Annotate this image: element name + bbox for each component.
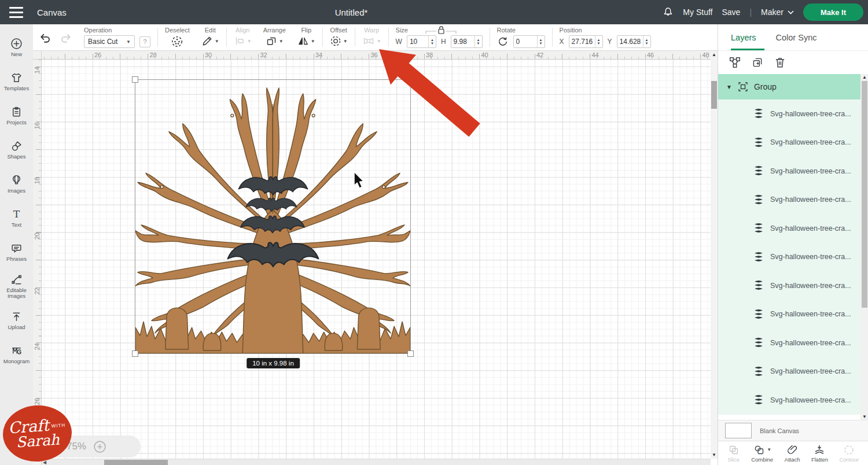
sidebar-item-shapes[interactable]: Shapes xyxy=(0,132,33,167)
layer-row[interactable]: Svg-halloween-tree-cra... xyxy=(718,186,868,215)
width-input[interactable] xyxy=(407,36,428,47)
layer-row[interactable]: Svg-halloween-tree-cra... xyxy=(718,157,868,186)
notifications-bell-icon[interactable] xyxy=(663,6,674,18)
flip-button[interactable]: ▼ xyxy=(297,35,315,47)
make-it-button[interactable]: Make It xyxy=(803,3,863,21)
layer-row[interactable]: Svg-halloween-tree-cra... xyxy=(718,214,868,243)
scroll-down-arrow-icon[interactable]: ▼ xyxy=(712,452,716,457)
tab-layers[interactable]: Layers xyxy=(731,33,756,42)
canvas-color-swatch[interactable] xyxy=(725,423,752,438)
canvas-vertical-scrollbar[interactable]: ▲ ▼ xyxy=(711,51,718,459)
edit-button[interactable]: ▼ xyxy=(201,35,219,47)
operation-select[interactable]: Basic Cut▼ xyxy=(84,35,135,48)
tab-color-sync[interactable]: Color Sync xyxy=(776,33,817,42)
rotate-input[interactable] xyxy=(514,36,537,47)
undo-button[interactable] xyxy=(39,32,51,44)
ungroup-icon[interactable] xyxy=(729,56,741,69)
h-ruler-label: 32 xyxy=(259,51,267,58)
pencil-icon xyxy=(201,35,213,47)
align-button: ▼ xyxy=(234,35,252,47)
v-ruler-label: 22 xyxy=(34,287,41,294)
layers-scrollbar[interactable]: ▲ ▼ xyxy=(860,74,868,420)
layer-row[interactable]: Svg-halloween-tree-cra... xyxy=(718,243,868,272)
layer-name: Svg-halloween-tree-cra... xyxy=(770,224,851,232)
sidebar-item-text[interactable]: T Text xyxy=(0,201,33,235)
sidebar-item-label: New xyxy=(11,51,22,57)
blank-canvas-row[interactable]: Blank Canvas xyxy=(718,420,868,441)
height-stepper[interactable]: ▲▼ xyxy=(475,36,482,47)
rotate-icon[interactable] xyxy=(497,36,509,47)
hamburger-menu-button[interactable] xyxy=(0,0,32,24)
layer-row[interactable]: Svg-halloween-tree-cra... xyxy=(718,271,868,300)
layer-row[interactable]: Svg-halloween-tree-cra... xyxy=(718,128,868,157)
size-lock-button[interactable] xyxy=(425,25,457,35)
monogram-icon xyxy=(10,345,23,357)
machine-selector[interactable]: Maker xyxy=(761,8,794,17)
resize-handle-bottom-right[interactable] xyxy=(407,350,414,357)
halloween-tree-artwork[interactable] xyxy=(135,80,410,353)
selection-bounding-box[interactable] xyxy=(135,79,411,354)
slice-button: Slice xyxy=(727,444,740,463)
width-stepper[interactable]: ▲▼ xyxy=(428,36,436,47)
resize-handle-top-right[interactable] xyxy=(407,76,414,83)
group-label: Group xyxy=(754,82,777,91)
sidebar-item-images[interactable]: Images xyxy=(0,167,33,201)
layer-name: Svg-halloween-tree-cra... xyxy=(770,253,851,261)
height-input[interactable] xyxy=(451,36,475,47)
combine-button[interactable]: ▼ Combine xyxy=(751,444,773,463)
y-label: Y xyxy=(608,38,612,46)
design-canvas[interactable]: 10 in x 9.98 in xyxy=(42,60,711,459)
rotate-stepper[interactable]: ▲▼ xyxy=(537,36,545,47)
layer-row[interactable]: Svg-halloween-tree-cra... xyxy=(718,357,868,386)
resize-handle-top-left[interactable] xyxy=(132,76,138,83)
sidebar-item-new[interactable]: New xyxy=(0,30,33,64)
redo-button[interactable] xyxy=(60,32,72,44)
layers-scroll-up-icon[interactable]: ▲ xyxy=(862,75,867,80)
sidebar-item-monogram[interactable]: Monogram xyxy=(0,337,33,371)
canvas-horizontal-scrollbar[interactable]: ◀ xyxy=(42,459,711,465)
horizontal-scroll-thumb[interactable] xyxy=(104,460,168,465)
y-stepper[interactable]: ▲▼ xyxy=(643,36,650,47)
save-link[interactable]: Save xyxy=(722,8,740,17)
x-position-input[interactable] xyxy=(569,36,595,47)
sidebar-item-templates[interactable]: Templates xyxy=(0,64,33,98)
bats-thumbnail-icon xyxy=(753,194,764,205)
resize-handle-bottom-left[interactable] xyxy=(132,350,138,357)
position-label: Position xyxy=(560,27,651,34)
x-stepper[interactable]: ▲▼ xyxy=(595,36,602,47)
sidebar-item-label: Text xyxy=(12,222,21,228)
h-ruler-label: 26 xyxy=(93,51,101,58)
layer-row[interactable]: Svg-halloween-tree-cra... xyxy=(718,300,868,329)
attach-button[interactable]: Attach xyxy=(785,444,800,463)
sidebar-item-editable-images[interactable]: Editable Images xyxy=(0,269,33,303)
h-ruler-label: 46 xyxy=(645,51,654,58)
my-stuff-link[interactable]: My Stuff xyxy=(683,8,712,17)
vertical-scroll-thumb[interactable] xyxy=(711,81,717,109)
layer-row[interactable]: Svg-halloween-tree-cra... xyxy=(718,99,868,128)
scroll-up-arrow-icon[interactable]: ▲ xyxy=(712,52,716,57)
arrange-button[interactable]: ▼ xyxy=(266,35,284,47)
y-position-input[interactable] xyxy=(617,36,643,47)
layer-row[interactable]: Svg-halloween-tree-cra... xyxy=(718,329,868,357)
group-row[interactable]: ▼ Group xyxy=(718,74,868,99)
speech-bubble-icon xyxy=(10,242,23,254)
layer-list: ▼ Group Svg-halloween-tree-cra... Svg-ha… xyxy=(718,74,868,420)
layers-scroll-thumb[interactable] xyxy=(862,81,867,308)
sidebar-item-projects[interactable]: Projects xyxy=(0,98,33,132)
flatten-button[interactable]: Flatten xyxy=(811,444,828,463)
zoom-in-button[interactable] xyxy=(93,440,106,453)
deselect-button[interactable] xyxy=(171,35,183,48)
offset-button[interactable]: ▼ xyxy=(330,35,348,47)
layer-name: Svg-halloween-tree-cra... xyxy=(770,138,851,146)
duplicate-icon[interactable] xyxy=(751,56,764,69)
combine-actions-bar: Slice ▼ Combine Attach Flatten Contour xyxy=(718,441,868,465)
layers-scroll-down-icon[interactable]: ▼ xyxy=(862,414,867,419)
layer-row[interactable]: Svg-halloween-tree-cra... xyxy=(718,386,868,415)
trash-icon[interactable] xyxy=(774,56,786,69)
blank-canvas-label: Blank Canvas xyxy=(760,427,799,434)
warp-button: ▼ xyxy=(362,35,381,47)
sidebar-item-phrases[interactable]: Phrases xyxy=(0,235,33,269)
sidebar-item-upload[interactable]: Upload xyxy=(0,303,33,337)
group-expand-chevron-icon[interactable]: ▼ xyxy=(726,84,732,90)
help-button[interactable]: ? xyxy=(139,36,150,47)
